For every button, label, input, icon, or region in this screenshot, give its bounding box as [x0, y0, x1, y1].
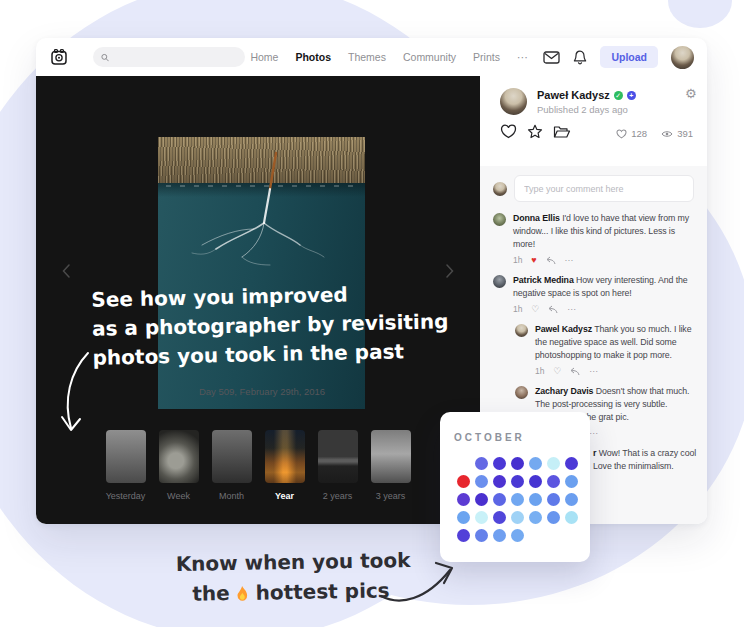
comment-more-icon[interactable]: ⋯ — [589, 427, 599, 440]
calendar-day-dot[interactable] — [529, 475, 542, 488]
calendar-day-dot[interactable] — [511, 457, 524, 470]
calendar-day-dot[interactable] — [565, 493, 578, 506]
comment-like-heart-icon[interactable]: ♡ — [553, 365, 561, 378]
bell-icon[interactable] — [573, 50, 587, 65]
commenter-name[interactable]: Pawel Kadysz — [535, 324, 592, 334]
calendar-day-dot[interactable] — [457, 529, 470, 542]
comment-meta: 1h♡⋯ — [535, 365, 694, 377]
comment-like-heart-icon[interactable]: ♥ — [531, 254, 536, 267]
calendar-day-dot[interactable] — [493, 511, 506, 524]
page: HomePhotosThemesCommunityPrints⋯ Upload — [0, 0, 744, 627]
callout-line-2-prefix: the — [192, 578, 230, 609]
film-strip-item-3-years[interactable]: 3 years — [371, 430, 411, 501]
commenter-avatar[interactable] — [493, 213, 506, 226]
calendar-day-dot[interactable] — [529, 457, 542, 470]
commenter-name[interactable]: Patrick Medina — [513, 275, 574, 285]
comment-more-icon[interactable]: ⋯ — [565, 254, 575, 267]
comment-meta: 1h♥⋯ — [513, 254, 694, 266]
reply-icon[interactable] — [570, 367, 580, 376]
comment: Pawel Kadysz Thank you so much. I like t… — [515, 323, 694, 377]
views-count: 391 — [677, 128, 693, 139]
verified-check-badge: ✓ — [614, 91, 623, 100]
comment-like-heart-icon[interactable]: ♡ — [531, 303, 539, 316]
nav-item-prints[interactable]: Prints — [473, 51, 500, 63]
thumbnail-image[interactable] — [371, 430, 411, 483]
calendar-day-dot[interactable] — [511, 493, 524, 506]
film-strip-item-yesterday[interactable]: Yesterday — [106, 430, 146, 501]
upload-button[interactable]: Upload — [600, 46, 658, 68]
commenter-avatar[interactable] — [515, 386, 528, 399]
commenter-name[interactable]: Zachary Davis — [535, 386, 593, 396]
film-strip-item-2-years[interactable]: 2 years — [318, 430, 358, 501]
calendar-day-dot[interactable] — [565, 475, 578, 488]
handdrawn-arrow-up-right — [378, 556, 462, 604]
calendar-day-dot[interactable] — [511, 511, 524, 524]
previous-photo-chevron[interactable] — [62, 264, 70, 282]
comment-input[interactable] — [514, 175, 694, 202]
nav-item-more[interactable]: ⋯ — [517, 51, 528, 63]
calendar-day-dot[interactable] — [475, 475, 488, 488]
calendar-day-dot[interactable] — [475, 511, 488, 524]
calendar-day-dot[interactable] — [493, 457, 506, 470]
thumbnail-image[interactable] — [106, 430, 146, 483]
fire-emoji-icon — [234, 584, 250, 601]
calendar-day-dot[interactable] — [547, 457, 560, 470]
film-strip-item-month[interactable]: Month — [212, 430, 252, 501]
search-input[interactable] — [114, 51, 237, 64]
top-navbar: HomePhotosThemesCommunityPrints⋯ Upload — [36, 38, 707, 76]
like-heart-icon[interactable] — [500, 124, 517, 139]
comment-meta: 1h♡⋯ — [513, 303, 694, 315]
nav-item-home[interactable]: Home — [250, 51, 278, 63]
calendar-day-dot[interactable] — [475, 529, 488, 542]
commenter-name[interactable]: Donna Ellis — [513, 213, 560, 223]
calendar-day-dot[interactable] — [457, 493, 470, 506]
calendar-day-dot[interactable] — [511, 475, 524, 488]
reply-icon[interactable] — [548, 305, 558, 314]
film-strip-item-year[interactable]: Year — [265, 430, 305, 501]
plus-member-badge: + — [627, 91, 636, 100]
calendar-day-dot[interactable] — [547, 511, 560, 524]
calendar-day-dot[interactable] — [493, 529, 506, 542]
calendar-day-dot[interactable] — [565, 511, 578, 524]
folder-icon[interactable] — [553, 125, 571, 139]
calendar-day-dot[interactable] — [565, 457, 578, 470]
calendar-day-dot[interactable] — [547, 493, 560, 506]
calendar-day-dot[interactable] — [529, 511, 542, 524]
thumbnail-image[interactable] — [318, 430, 358, 483]
comment-text: Love the minimalism. — [593, 460, 696, 473]
commenter-avatar[interactable] — [493, 275, 506, 288]
search-bar[interactable] — [93, 47, 245, 67]
calendar-day-dot[interactable] — [475, 457, 488, 470]
user-avatar[interactable] — [671, 46, 694, 69]
calendar-day-dot[interactable] — [493, 493, 506, 506]
commenter-avatar[interactable] — [515, 324, 528, 337]
comment-more-icon[interactable]: ⋯ — [589, 365, 599, 378]
thumbnail-image[interactable] — [265, 430, 305, 483]
favorite-star-icon[interactable] — [527, 124, 543, 139]
app-logo-camera-icon[interactable] — [49, 47, 69, 67]
comment: Donna Ellis I'd love to have that view f… — [493, 212, 694, 266]
calendar-day-dot[interactable] — [529, 493, 542, 506]
comment-text: Donna Ellis I'd love to have that view f… — [513, 212, 694, 251]
film-strip-item-week[interactable]: Week — [159, 430, 199, 501]
calendar-day-dot[interactable] — [457, 475, 470, 488]
nav-item-themes[interactable]: Themes — [348, 51, 386, 63]
calendar-day-dot[interactable] — [547, 475, 560, 488]
author-name[interactable]: Paweł Kadysz — [537, 89, 610, 101]
reply-icon[interactable] — [546, 256, 556, 265]
nav-item-community[interactable]: Community — [403, 51, 456, 63]
author-avatar[interactable] — [500, 88, 527, 115]
thumbnail-image[interactable] — [159, 430, 199, 483]
calendar-day-dot[interactable] — [475, 493, 488, 506]
gear-icon[interactable]: ⚙ — [685, 86, 697, 101]
comment-more-icon[interactable]: ⋯ — [567, 303, 577, 316]
calendar-day-dot[interactable] — [511, 529, 524, 542]
calendar-day-dot[interactable] — [493, 475, 506, 488]
thumbnail-label: Year — [275, 491, 294, 501]
nav-item-photos[interactable]: Photos — [295, 51, 331, 63]
commenter-name[interactable]: r — [593, 448, 596, 458]
thumbnail-image[interactable] — [212, 430, 252, 483]
calendar-day-dot[interactable] — [457, 511, 470, 524]
mail-icon[interactable] — [543, 51, 560, 64]
thumbnail-label: 2 years — [323, 491, 353, 501]
